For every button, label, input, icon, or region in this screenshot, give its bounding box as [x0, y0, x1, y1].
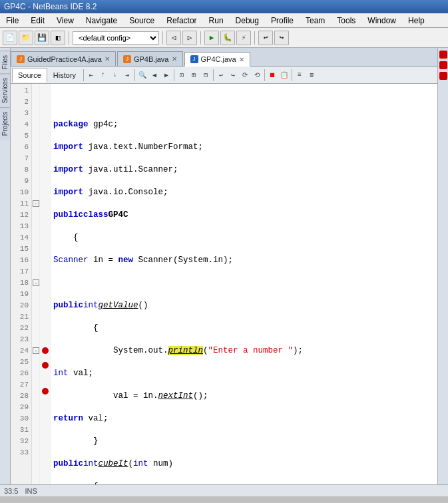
menu-navigate[interactable]: Navigate: [83, 15, 120, 27]
sh-btn12[interactable]: ↪: [227, 69, 239, 81]
menu-window[interactable]: Window: [364, 15, 399, 27]
sh-sep2: [134, 69, 135, 81]
window-title: GP4C - NetBeans IDE 8.2: [4, 2, 97, 11]
menu-edit[interactable]: Edit: [27, 15, 48, 27]
sh-btn14[interactable]: ⟲: [251, 69, 263, 81]
sh-btn1[interactable]: ⇤: [85, 69, 97, 81]
back-button[interactable]: ◁: [166, 31, 181, 45]
menu-help[interactable]: Help: [405, 15, 428, 27]
tab-close-guided4a[interactable]: ✕: [105, 55, 110, 63]
new-button[interactable]: 📄: [3, 31, 17, 45]
code-line-4: import java.util.Scanner;: [53, 164, 435, 176]
ln-1: 1: [11, 85, 29, 96]
menu-tools[interactable]: Tools: [334, 15, 359, 27]
menu-team[interactable]: Team: [302, 15, 328, 27]
toolbar-extra[interactable]: ↩: [258, 31, 273, 45]
sh-btn9[interactable]: ⊞: [188, 69, 200, 81]
ln-5: 5: [11, 130, 29, 142]
fold-11[interactable]: -: [32, 198, 39, 210]
tab-label-guided4a: GuidedPractice4A.java: [27, 55, 102, 63]
vertical-tabs: Files Services Projects: [0, 48, 11, 484]
toolbar-extra2[interactable]: ↪: [274, 31, 289, 45]
ln-29: 29: [11, 402, 29, 413]
ln-24: 24: [11, 345, 29, 357]
fold-column: - - -: [32, 84, 40, 484]
sh-btn7[interactable]: ▶: [160, 69, 172, 81]
fold-18[interactable]: -: [32, 277, 39, 289]
sep2: [162, 31, 163, 45]
code-line-17: public int cubeIt(int num): [53, 458, 435, 470]
sh-btn17[interactable]: ≣: [306, 69, 318, 81]
editor-area: J GuidedPractice4A.java ✕ J GP4B.java ✕ …: [11, 48, 437, 484]
ln-12: 12: [11, 210, 29, 221]
projects-tab[interactable]: Projects: [0, 107, 10, 140]
config-dropdown[interactable]: <default config>: [73, 31, 159, 45]
error-25: [40, 360, 50, 375]
code-line-18: {: [53, 481, 435, 484]
sh-btn13[interactable]: ⟳: [239, 69, 251, 81]
ln-13: 13: [11, 221, 29, 232]
fold-23[interactable]: -: [32, 345, 39, 357]
run-button[interactable]: ▶: [204, 31, 219, 45]
sh-btn3[interactable]: ↓: [109, 69, 121, 81]
sh-sep1: [83, 69, 84, 81]
tab-gp4b[interactable]: J GP4B.java ✕: [117, 51, 183, 66]
services-tab[interactable]: Services: [0, 73, 10, 107]
open-button[interactable]: 📁: [19, 31, 33, 45]
ln-4: 4: [11, 119, 29, 130]
tab-bar: J GuidedPractice4A.java ✕ J GP4B.java ✕ …: [11, 48, 437, 67]
sh-btn2[interactable]: ↑: [97, 69, 109, 81]
ln-8: 8: [11, 164, 29, 176]
tab-icon-gp4b: J: [123, 55, 131, 63]
menu-view[interactable]: View: [53, 15, 77, 27]
code-line-1: [53, 96, 435, 108]
menu-run[interactable]: Run: [206, 15, 227, 27]
sh-btn16[interactable]: ≡: [294, 69, 306, 81]
menu-refactor[interactable]: Refactor: [163, 15, 200, 27]
insert-mode: INS: [25, 487, 37, 495]
ln-20: 20: [11, 300, 29, 311]
code-content[interactable]: package gp4c; import java.text.NumberFor…: [51, 84, 437, 484]
tab-close-gp4b[interactable]: ✕: [172, 55, 177, 63]
tab-guided4a[interactable]: J GuidedPractice4A.java ✕: [11, 51, 116, 66]
sep1: [69, 31, 69, 45]
menu-debug[interactable]: Debug: [232, 15, 262, 27]
tab-gp4c[interactable]: J GP4C.java ✕: [184, 52, 250, 67]
save-button[interactable]: 💾: [35, 31, 49, 45]
history-tab[interactable]: History: [47, 68, 82, 83]
files-tab[interactable]: Files: [0, 51, 10, 73]
error-overview-3: [439, 72, 447, 80]
ln-6: 6: [11, 142, 29, 153]
code-line-7: {: [53, 232, 435, 244]
ln-17: 17: [11, 266, 29, 277]
sh-sep5: [264, 69, 265, 81]
tab-label-gp4b: GP4B.java: [134, 55, 169, 63]
tab-close-gp4c[interactable]: ✕: [239, 56, 244, 63]
title-bar: GP4C - NetBeans IDE 8.2: [0, 0, 448, 13]
code-line-3: import java.text.NumberFormat;: [53, 142, 435, 153]
toolbar: 📄 📁 💾 ◧ <default config> ◁ ▷ ▶ 🐛 ⚡ ↩ ↪: [0, 28, 448, 48]
sh-btn5[interactable]: 🔍: [136, 69, 148, 81]
sh-btn15[interactable]: 📋: [278, 69, 290, 81]
ln-22: 22: [11, 323, 29, 334]
right-sidebar: [437, 48, 448, 484]
sh-sep3: [174, 69, 174, 81]
code-line-12: System.out.println("Enter a number ");: [53, 345, 435, 357]
tab-icon-guided4a: J: [17, 55, 25, 63]
sh-btn-stop[interactable]: ⏹: [266, 69, 278, 81]
menu-source[interactable]: Source: [126, 15, 158, 27]
sh-btn6[interactable]: ◀: [148, 69, 160, 81]
toolbar-btn4[interactable]: ◧: [51, 31, 65, 45]
debug-button[interactable]: 🐛: [220, 31, 235, 45]
sh-btn10[interactable]: ⊟: [200, 69, 212, 81]
profile-button[interactable]: ⚡: [236, 31, 251, 45]
source-history-bar: Source History ⇤ ↑ ↓ ⇥ 🔍 ◀ ▶ ⊡ ⊞ ⊟ ↩ ↪ ⟳…: [11, 67, 437, 84]
sh-btn8[interactable]: ⊡: [176, 69, 188, 81]
sh-btn4[interactable]: ⇥: [121, 69, 133, 81]
menu-file[interactable]: File: [3, 15, 22, 27]
source-tab[interactable]: Source: [12, 68, 47, 83]
error-overview-2: [439, 61, 447, 69]
forward-button[interactable]: ▷: [182, 31, 197, 45]
sh-btn11[interactable]: ↩: [215, 69, 227, 81]
menu-profile[interactable]: Profile: [268, 15, 297, 27]
